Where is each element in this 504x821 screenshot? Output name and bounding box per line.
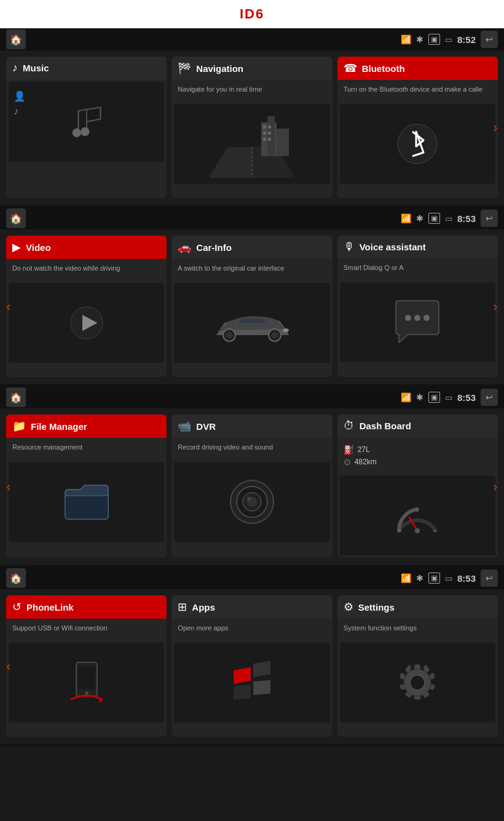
section-3-next-arrow[interactable]: › [487,472,504,502]
battery-icon: ▭ [445,35,452,44]
settings-body: System function settings [337,619,498,640]
apps-card[interactable]: ⊞ Apps Open more apps [171,595,332,737]
section-2-content: ‹ ▶ Video Do not watch the video while d… [0,229,504,384]
video-image [9,283,164,363]
dashboard-title: Dash Board [360,421,411,431]
home-button-3[interactable]: 🏠 [6,387,26,407]
section-2-prev-arrow[interactable]: ‹ [0,292,17,322]
back-button-4[interactable]: ↩ [481,569,498,587]
dashboard-card-header: ⏱ Dash Board [337,414,498,437]
fuel-icon: ⛽ [344,445,354,454]
dashboard-image [340,475,495,555]
navigation-card-header: 🏁 Navigation [171,57,332,80]
section-4-prev-arrow[interactable]: ‹ [0,651,17,682]
carinfo-desc: A switch to the original car interface [178,264,326,273]
dvr-desc: Record driving video and sound [178,443,326,452]
filemanager-card[interactable]: 📁 File Manager Resource management [6,414,167,558]
apps-grid-svg [224,655,280,710]
music-title: Music [23,63,49,73]
video-header-icon: ▶ [12,240,21,254]
video-card[interactable]: ▶ Video Do not watch the video while dri… [6,236,167,377]
section-2-next-arrow[interactable]: › [487,292,504,322]
speedometer-svg [390,488,445,543]
play-button-svg [65,301,108,344]
music-card[interactable]: ♪ Music 👤 ♪ [6,57,167,198]
voice-title: Voice assistant [360,242,426,252]
settings-card[interactable]: ⚙ Settings System function settings [337,595,498,737]
svg-rect-13 [263,125,266,129]
music-side-icons: 👤 ♪ [14,90,26,117]
music-card-header: ♪ Music [6,57,167,79]
apps-header-icon: ⊞ [178,600,187,614]
time-display-4: 8:53 [457,573,476,584]
svg-rect-11 [267,116,275,156]
carinfo-body: A switch to the original car interface [171,259,332,280]
bluetooth-card[interactable]: ☎ Bluetooth Turn on the Bluetooth device… [337,57,498,198]
svg-point-51 [85,691,89,695]
voice-card[interactable]: 🎙 Voice assistant Smart Dialog Q or A [337,236,498,377]
cards-grid-4: ↺ PhoneLink Support USB or Wifi connecti… [0,589,504,744]
svg-point-32 [405,315,411,321]
display-icon-4: ▣ [428,573,440,584]
carinfo-image [174,283,329,363]
distance-stat: ⊙ 482km [344,457,492,467]
video-desc: Do not watch the video while driving [12,264,160,273]
home-button-4[interactable]: 🏠 [6,568,26,588]
voice-image [340,282,495,362]
status-bar-4: 🏠 📶 ✱ ▣ ▭ 8:53 ↩ [0,567,504,589]
filemanager-image [9,462,164,542]
dvr-header-icon: 📹 [178,419,191,433]
svg-rect-18 [268,138,271,141]
time-display-3: 8:53 [457,392,476,403]
section-4: 🏠 📶 ✱ ▣ ▭ 8:53 ↩ ‹ ↺ PhoneLink Support U… [0,567,504,746]
section-3-prev-arrow[interactable]: ‹ [0,472,17,502]
settings-image [340,643,495,723]
bluetooth-desc: Turn on the Bluetooth device and make a … [344,85,492,94]
bluetooth-card-header: ☎ Bluetooth [337,57,498,80]
section-2: 🏠 📶 ✱ ▣ ▭ 8:53 ↩ ‹ ▶ Video Do not watch … [0,207,504,386]
section-4-content: ‹ ↺ PhoneLink Support USB or Wifi connec… [0,589,504,744]
settings-title: Settings [358,602,395,613]
wifi-icon-3: 📶 [401,392,411,402]
section-1-next-arrow[interactable]: › [487,113,504,143]
apps-body: Open more apps [171,619,332,640]
back-button-2[interactable]: ↩ [481,210,498,227]
back-button-1[interactable]: ↩ [481,31,498,48]
svg-point-27 [226,332,232,338]
carinfo-card[interactable]: 🚗 Car-Info A switch to the original car … [171,236,332,377]
svg-rect-53 [224,655,280,710]
svg-point-44 [415,528,420,533]
svg-point-1 [72,129,81,137]
svg-rect-42 [390,488,445,543]
phonelink-card-header: ↺ PhoneLink [6,595,167,619]
settings-desc: System function settings [344,624,492,633]
phonelink-card[interactable]: ↺ PhoneLink Support USB or Wifi connecti… [6,595,167,737]
navigation-header-icon: 🏁 [178,61,191,75]
home-button-2[interactable]: 🏠 [6,208,26,228]
distance-icon: ⊙ [344,457,351,467]
dashboard-card[interactable]: ⏱ Dash Board ⛽ 27L ⊙ 482km [337,414,498,558]
navigation-card[interactable]: 🏁 Navigation Navigate for you in real ti… [171,57,332,198]
svg-point-20 [398,124,437,164]
navigation-image [174,104,329,184]
nav-building-svg [209,110,295,178]
phonelink-title: PhoneLink [26,602,74,613]
display-icon: ▣ [428,34,440,45]
dvr-card[interactable]: 📹 DVR Record driving video and sound [171,414,332,558]
navigation-body: Navigate for you in real time [171,80,332,101]
video-card-header: ▶ Video [6,236,167,259]
dvr-title: DVR [196,421,216,432]
bluetooth-svg [393,119,442,169]
display-icon-3: ▣ [428,392,440,403]
svg-point-34 [423,315,430,321]
back-button-3[interactable]: ↩ [481,389,498,406]
car-svg [206,295,298,351]
note-icon: ♪ [14,106,26,117]
video-title: Video [26,242,51,253]
fuel-stat: ⛽ 27L [344,445,492,454]
dvr-image [174,462,329,542]
fuel-value: 27L [358,445,370,454]
home-button-1[interactable]: 🏠 [6,30,26,49]
voice-card-header: 🎙 Voice assistant [337,236,498,258]
cards-grid-2: ▶ Video Do not watch the video while dri… [0,229,504,384]
